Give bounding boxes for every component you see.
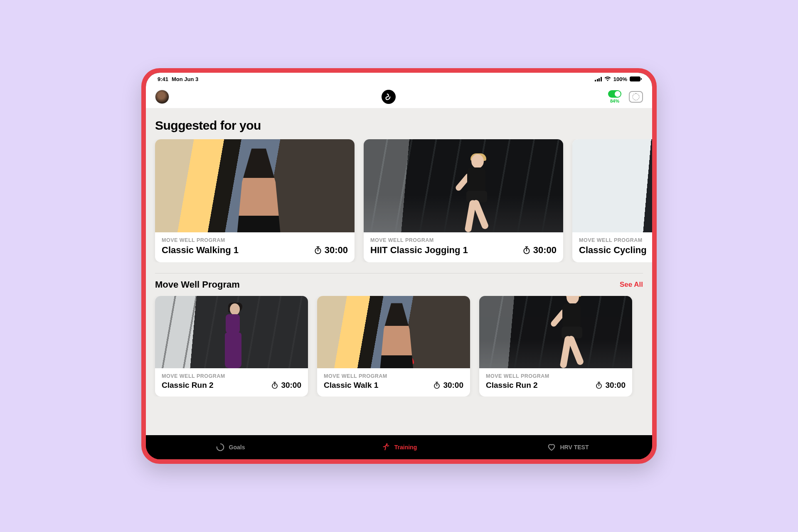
battery-icon xyxy=(630,76,640,81)
workout-card[interactable]: MOVE WELL PROGRAM Classic Walking 1 30:0… xyxy=(155,139,355,262)
workout-category: MOVE WELL PROGRAM xyxy=(162,373,225,379)
workout-thumbnail xyxy=(572,139,652,232)
workout-duration: 30:00 xyxy=(595,381,626,390)
svg-point-6 xyxy=(217,444,224,451)
status-time: 9:41 xyxy=(158,76,168,82)
workout-card[interactable]: MOVE WELL PROGRAM HIIT Classic Jogging 1… xyxy=(364,139,563,262)
app-header: 84% xyxy=(146,85,652,108)
content-area: Suggested for you MOVE WELL PROGRAM Clas… xyxy=(146,108,652,435)
workout-duration: 30:00 xyxy=(433,381,463,390)
toggle-icon xyxy=(608,90,621,98)
workout-name: Classic Run 2 xyxy=(486,381,549,390)
svg-point-7 xyxy=(386,443,387,445)
section-title-suggested: Suggested for you xyxy=(146,116,652,139)
workout-category: MOVE WELL PROGRAM xyxy=(324,373,387,379)
app-logo-icon xyxy=(382,90,396,104)
tab-label: Training xyxy=(394,444,417,451)
workout-thumbnail xyxy=(364,139,563,232)
tab-bar: Goals Training HRV TEST xyxy=(146,435,652,459)
tablet-frame: 9:41 Mon Jun 3 100% 84% xyxy=(141,68,657,464)
workout-thumbnail xyxy=(155,296,308,368)
workout-category: MOVE WELL PROGRAM xyxy=(579,237,647,243)
workout-name: Classic Walking 1 xyxy=(162,245,239,256)
workout-duration: 30:00 xyxy=(314,245,348,256)
workout-name: Classic Walk 1 xyxy=(324,381,387,390)
stopwatch-icon xyxy=(314,246,322,254)
running-icon xyxy=(381,443,390,452)
cellular-icon xyxy=(595,77,602,81)
workout-category: MOVE WELL PROGRAM xyxy=(486,373,549,379)
workout-thumbnail xyxy=(317,296,470,368)
tablet-screen: 9:41 Mon Jun 3 100% 84% xyxy=(146,73,652,459)
tab-label: HRV TEST xyxy=(560,444,589,451)
suggested-row[interactable]: MOVE WELL PROGRAM Classic Walking 1 30:0… xyxy=(146,139,652,262)
workout-thumbnail xyxy=(155,139,355,232)
tab-hrv[interactable]: HRV TEST xyxy=(483,435,652,459)
tab-goals[interactable]: Goals xyxy=(146,435,315,459)
wifi-icon xyxy=(604,76,611,81)
heart-icon xyxy=(547,443,556,452)
workout-card[interactable]: MOVE WELL PROGRAM Classic Cycling 30:00 xyxy=(572,139,652,262)
toggle-percent: 84% xyxy=(610,99,619,103)
workout-category: MOVE WELL PROGRAM xyxy=(370,237,468,243)
stopwatch-icon xyxy=(433,382,441,389)
workout-card[interactable]: MOVE WELL PROGRAM Classic Walk 1 30:00 xyxy=(317,296,470,397)
workout-name: Classic Run 2 xyxy=(162,381,225,390)
device-pair-icon[interactable] xyxy=(629,91,643,103)
stopwatch-icon xyxy=(522,246,531,254)
workout-duration: 30:00 xyxy=(522,245,557,256)
battery-toggle[interactable]: 84% xyxy=(608,90,621,103)
goals-icon xyxy=(216,443,225,452)
status-bar: 9:41 Mon Jun 3 100% xyxy=(146,73,652,85)
workout-card[interactable]: MOVE WELL PROGRAM Classic Run 2 30:00 xyxy=(479,296,632,397)
tab-training[interactable]: Training xyxy=(315,435,483,459)
workout-duration: 30:00 xyxy=(271,381,301,390)
stopwatch-icon xyxy=(271,382,278,389)
section-title-movewell: Move Well Program xyxy=(155,279,240,290)
see-all-link[interactable]: See All xyxy=(620,281,643,289)
workout-name: HIIT Classic Jogging 1 xyxy=(370,245,468,256)
tab-label: Goals xyxy=(229,444,245,451)
status-battery-pct: 100% xyxy=(613,76,627,82)
status-date: Mon Jun 3 xyxy=(172,76,198,82)
workout-category: MOVE WELL PROGRAM xyxy=(162,237,239,243)
movewell-row[interactable]: MOVE WELL PROGRAM Classic Run 2 30:00 M xyxy=(146,296,652,397)
stopwatch-icon xyxy=(595,382,603,389)
workout-thumbnail xyxy=(479,296,632,368)
avatar[interactable] xyxy=(155,90,169,104)
workout-name: Classic Cycling xyxy=(579,245,647,256)
workout-card[interactable]: MOVE WELL PROGRAM Classic Run 2 30:00 xyxy=(155,296,308,397)
